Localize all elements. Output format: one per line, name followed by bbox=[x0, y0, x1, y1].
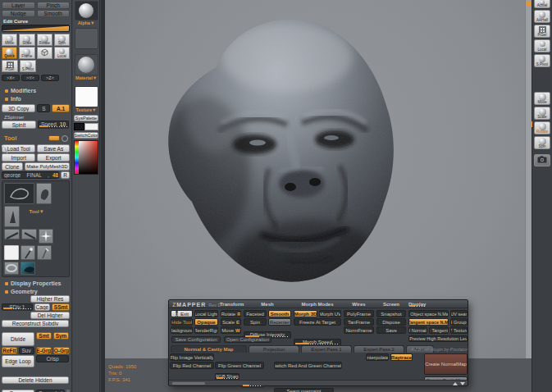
zm-rotate-button[interactable]: RotateR bbox=[221, 310, 241, 317]
alpha-label[interactable]: Alpha▼ bbox=[78, 21, 95, 26]
frame-button[interactable]: Frame bbox=[19, 47, 34, 59]
axis-x-button[interactable]: >X< bbox=[2, 75, 20, 81]
background-button[interactable]: Background bbox=[171, 326, 193, 334]
flip-image-button[interactable]: Flip Image Vertically bbox=[170, 353, 214, 361]
texture-label[interactable]: Texture▼ bbox=[76, 107, 97, 113]
a1-button[interactable]: A.1 bbox=[52, 104, 70, 112]
color-picker[interactable] bbox=[74, 140, 98, 175]
suv-button[interactable]: Suv bbox=[19, 347, 34, 354]
smooth-button[interactable]: Smooth bbox=[37, 10, 71, 17]
empty-slot[interactable] bbox=[75, 28, 98, 49]
interpolate-button[interactable]: Interpolate bbox=[366, 353, 389, 361]
export-button[interactable]: Export bbox=[37, 153, 70, 162]
dispose-button[interactable]: Dispose bbox=[376, 318, 406, 326]
crisp-button[interactable]: Crisp bbox=[36, 355, 69, 362]
switch-red-green-button[interactable]: Switch Red And Green Channels bbox=[274, 362, 342, 369]
shelf-aahalf-button[interactable]: AAHalf bbox=[534, 10, 550, 23]
morph-uv-button[interactable]: Morph UV bbox=[319, 310, 341, 317]
zm-spin-button[interactable]: Spin bbox=[244, 318, 267, 326]
shelf-move-button[interactable]: Move bbox=[534, 92, 550, 105]
spinit-button[interactable]: SpinIt bbox=[2, 121, 36, 129]
material-label[interactable]: Material▼ bbox=[75, 75, 97, 81]
axis-z-button[interactable]: >Z< bbox=[41, 75, 59, 81]
create-normalmap-button[interactable]: Create NormalMap bbox=[424, 353, 468, 375]
canvas-scrollbar[interactable] bbox=[525, 0, 531, 358]
current-tool-thumbnail[interactable] bbox=[4, 183, 34, 204]
open-config-button[interactable]: Open Configuration bbox=[224, 336, 271, 343]
tool-thumbnail-selected[interactable] bbox=[4, 245, 19, 260]
freeze-at-target-button[interactable]: Freeze At Target bbox=[294, 318, 341, 326]
col-header-display[interactable]: Display bbox=[408, 302, 426, 308]
zmapper-scrollbar[interactable] bbox=[169, 380, 468, 385]
cage-button[interactable]: Cage bbox=[34, 303, 51, 311]
scroll-down-icon[interactable] bbox=[460, 382, 465, 385]
refit-button[interactable]: ReFit bbox=[2, 347, 17, 354]
s-field[interactable]: S bbox=[37, 104, 50, 112]
display-tangents[interactable]: 4Tangents bbox=[429, 326, 449, 334]
tool-thumbnail[interactable] bbox=[36, 183, 52, 204]
zm-scale-button[interactable]: ScaleE bbox=[221, 318, 241, 326]
tool-thumbnail[interactable] bbox=[37, 245, 52, 260]
tab-expert-pass-1[interactable]: Expert Pass 1 bbox=[301, 345, 352, 353]
local-button[interactable]: Local bbox=[54, 47, 70, 59]
quick-button[interactable]: Quick bbox=[2, 47, 17, 59]
tool-thumbnail[interactable] bbox=[21, 262, 35, 275]
color-swatch[interactable] bbox=[74, 123, 98, 130]
opaque-button[interactable]: Opaque bbox=[194, 318, 218, 326]
save-button[interactable]: Save bbox=[376, 326, 406, 334]
morph-3d-button[interactable]: Morph 3D bbox=[294, 310, 317, 317]
display-uv-seams[interactable]: 5UV seams bbox=[450, 310, 468, 317]
persp-cube-button[interactable] bbox=[37, 47, 52, 59]
shelf-rotate-button[interactable]: Rotate bbox=[534, 121, 550, 134]
ogrp-button[interactable]: O-Grp bbox=[53, 347, 70, 354]
nudge-button[interactable]: Nudge bbox=[2, 10, 35, 17]
layer-button[interactable]: Layer bbox=[2, 2, 35, 9]
alpha-thumbnail[interactable] bbox=[75, 1, 98, 21]
shelf-spin-button[interactable]: Spin bbox=[534, 136, 550, 149]
syspalette-button[interactable]: SysPalette bbox=[74, 115, 98, 121]
shelf-local-button[interactable]: Local bbox=[534, 39, 550, 52]
texture-thumbnail[interactable] bbox=[75, 86, 98, 107]
sculpt-head[interactable] bbox=[164, 15, 410, 285]
polyframe-button[interactable]: PolyFrame bbox=[344, 310, 374, 317]
tool-thumbnail[interactable] bbox=[21, 229, 37, 239]
shelf-spivot-button[interactable]: S.Pivot bbox=[534, 54, 550, 67]
tab-normal-cavity-map[interactable]: Normal & Cavity Map bbox=[171, 345, 247, 353]
tool-thumbnail[interactable] bbox=[4, 262, 19, 275]
hide-tool-button[interactable]: Hide Tool bbox=[171, 318, 193, 326]
spin-tool-button[interactable]: Spin bbox=[54, 34, 70, 46]
delete-hidden-button[interactable]: Delete Hidden bbox=[2, 376, 69, 384]
pinch-button[interactable]: Pinch bbox=[37, 2, 71, 9]
snapshot-button[interactable]: Snapshot bbox=[376, 310, 406, 317]
material-thumbnail[interactable] bbox=[75, 54, 98, 75]
exit-button[interactable]: Exit bbox=[171, 310, 193, 317]
flip-red-button[interactable]: Flip Red Channel bbox=[170, 362, 214, 369]
tanframe-button[interactable]: TanFrame bbox=[344, 318, 374, 326]
higher-res-button[interactable]: Higher Res bbox=[30, 295, 70, 303]
display-object-space-nmap[interactable]: 1Object space N.Map bbox=[408, 310, 449, 317]
geometry-header[interactable]: Geometry bbox=[5, 289, 68, 294]
display-normals[interactable]: 3Normals bbox=[408, 326, 427, 334]
shelf-scale-button[interactable]: Scale bbox=[534, 107, 550, 120]
display-texture[interactable]: 7Texture bbox=[450, 326, 468, 334]
tool-header[interactable]: Tool bbox=[2, 134, 70, 142]
import-button[interactable]: Import bbox=[2, 153, 35, 162]
smt-button[interactable]: Smt bbox=[36, 332, 52, 340]
axis-y-button[interactable]: >Y< bbox=[21, 75, 39, 81]
saturation-square[interactable] bbox=[79, 141, 98, 174]
seam-overpaint-slider[interactable]: Seam overpaint bbox=[274, 388, 334, 392]
clone-button[interactable]: Clone bbox=[2, 162, 23, 171]
zm-move-button[interactable]: MoveW bbox=[221, 326, 241, 334]
normframe-button[interactable]: NormFrame bbox=[344, 326, 374, 334]
3d-copy-button[interactable]: 3D Copy bbox=[2, 104, 35, 112]
renderrgn-button[interactable]: RenderRgn bbox=[194, 326, 218, 334]
save-as-button[interactable]: Save As bbox=[37, 144, 70, 153]
reconstruct-subdiv-button[interactable]: Reconstruct Subdiv bbox=[2, 320, 69, 327]
display-properties-header[interactable]: Display Properties bbox=[5, 280, 68, 286]
tool-r-button[interactable]: R bbox=[61, 171, 70, 179]
move-tool-button[interactable]: Move bbox=[2, 34, 17, 46]
ptsel-button[interactable]: PtSel bbox=[2, 60, 18, 72]
tool-thumbnail[interactable] bbox=[21, 245, 35, 260]
edit-curve-widget[interactable] bbox=[2, 25, 70, 32]
sym-button[interactable]: Sym bbox=[53, 332, 69, 340]
